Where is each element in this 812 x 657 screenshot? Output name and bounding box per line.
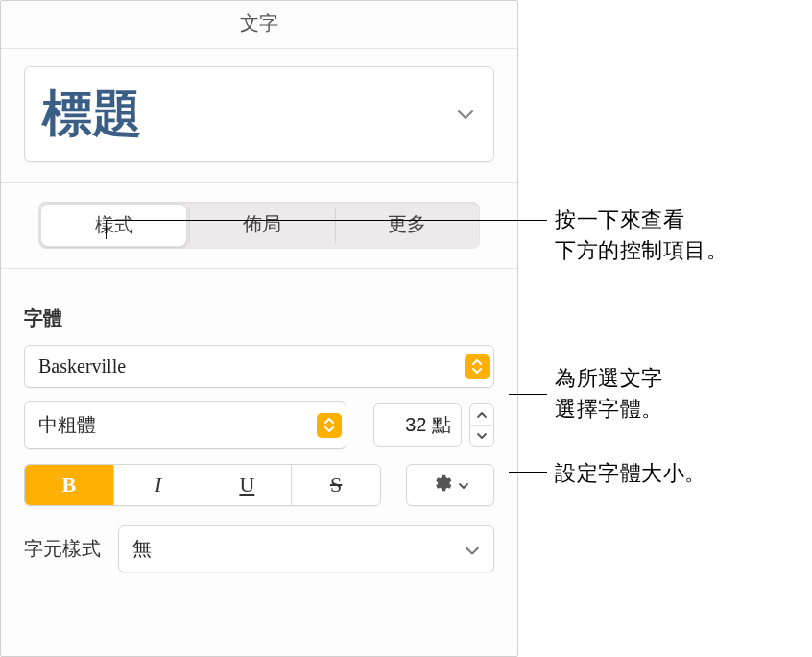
chevron-down-icon xyxy=(458,476,469,494)
callout-tabs: 按一下來查看 下方的控制項目。 xyxy=(555,205,728,266)
font-weight-dropdown[interactable]: 中粗體 xyxy=(24,402,346,449)
callout-leader xyxy=(106,220,547,221)
chevron-down-icon xyxy=(465,538,480,560)
character-style-label: 字元樣式 xyxy=(24,536,101,562)
divider xyxy=(1,182,517,182)
gear-icon xyxy=(431,473,452,498)
updown-caret-icon xyxy=(465,354,490,379)
paragraph-style-dropdown[interactable]: 標題 xyxy=(24,66,494,162)
strikethrough-button[interactable]: S xyxy=(291,465,380,505)
text-format-panel: 文字 標題 樣式 佈局 更多 字體 Baskerville xyxy=(0,0,518,657)
stepper-down-button[interactable] xyxy=(470,425,493,446)
paragraph-style-value: 標題 xyxy=(42,86,142,141)
font-family-value: Baskerville xyxy=(38,355,126,377)
callout-leader xyxy=(509,472,547,473)
updown-caret-icon xyxy=(317,413,342,438)
divider xyxy=(1,268,517,269)
callout-leader xyxy=(106,220,107,239)
character-style-value: 無 xyxy=(132,538,152,559)
advanced-options-button[interactable] xyxy=(406,464,494,506)
tab-style[interactable]: 樣式 xyxy=(40,204,187,247)
font-family-dropdown[interactable]: Baskerville xyxy=(24,345,494,388)
italic-button[interactable]: I xyxy=(113,465,203,505)
font-size-stepper xyxy=(469,403,494,447)
tab-layout[interactable]: 佈局 xyxy=(189,202,334,249)
tab-segmented-control: 樣式 佈局 更多 xyxy=(38,202,480,249)
font-section-label: 字體 xyxy=(24,305,494,331)
font-weight-value: 中粗體 xyxy=(38,414,96,435)
chevron-down-icon xyxy=(457,109,474,120)
tab-label: 樣式 xyxy=(95,214,133,235)
callout-leader xyxy=(509,394,547,395)
font-size-field[interactable]: 32 點 xyxy=(373,403,462,447)
underline-button[interactable]: U xyxy=(203,465,292,505)
bold-button[interactable]: B xyxy=(25,465,113,505)
stepper-up-button[interactable] xyxy=(470,404,493,425)
callout-font-size: 設定字體大小。 xyxy=(555,458,706,489)
format-button-group: B I U S xyxy=(24,464,381,506)
tab-label: 更多 xyxy=(388,213,426,234)
tab-more[interactable]: 更多 xyxy=(335,202,480,249)
character-style-dropdown[interactable]: 無 xyxy=(118,525,494,572)
callout-font-family: 為所選文字 選擇字體。 xyxy=(555,363,663,425)
panel-title: 文字 xyxy=(1,1,517,49)
tab-label: 佈局 xyxy=(243,213,281,234)
